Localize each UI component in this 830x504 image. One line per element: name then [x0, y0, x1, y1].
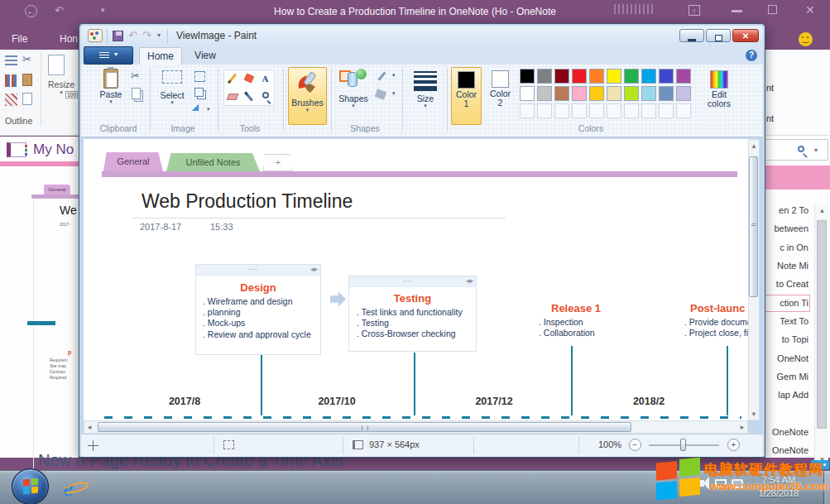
onenote-minimize-button[interactable]: [732, 10, 742, 12]
scroll-up-icon[interactable]: ▲: [749, 142, 759, 150]
palette-color[interactable]: [589, 86, 604, 101]
magnifier-icon[interactable]: [258, 89, 272, 103]
zoom-in-button[interactable]: +: [727, 439, 740, 451]
eraser-icon[interactable]: [225, 89, 239, 103]
palette-color[interactable]: [607, 69, 621, 84]
paint-minimize-button[interactable]: [679, 29, 704, 42]
paint-tab-home[interactable]: Home: [139, 47, 182, 65]
feedback-smiley-icon[interactable]: [799, 32, 813, 46]
select-button[interactable]: Select▾: [154, 69, 190, 105]
outline-dropdown-icon[interactable]: ▾: [392, 72, 396, 79]
palette-color[interactable]: [537, 86, 552, 101]
outline-promote-icon[interactable]: [5, 55, 17, 68]
palette-empty[interactable]: [537, 103, 552, 118]
onenote-tab-file[interactable]: File: [12, 33, 27, 45]
palette-color[interactable]: [520, 86, 535, 101]
fill-bucket-icon[interactable]: [242, 71, 256, 85]
palette-empty[interactable]: [624, 103, 639, 118]
canvas-hscrollbar[interactable]: ◄ ►: [84, 420, 748, 434]
palette-color[interactable]: [589, 69, 604, 84]
paint-tab-view[interactable]: View: [185, 47, 225, 65]
eyedropper-icon[interactable]: [242, 89, 256, 103]
scroll-up-icon[interactable]: ▲: [815, 207, 829, 214]
crop-icon[interactable]: [194, 71, 205, 82]
taskbar-internet-explorer-icon[interactable]: e: [63, 475, 89, 502]
rotate-dropdown-icon[interactable]: ▾: [207, 106, 210, 113]
palette-empty[interactable]: [589, 103, 604, 118]
cut-icon[interactable]: ✂: [131, 70, 140, 82]
palette-empty[interactable]: [607, 103, 621, 118]
palette-color[interactable]: [676, 69, 691, 84]
save-icon[interactable]: [113, 31, 123, 41]
qat-customize-icon[interactable]: ▾: [157, 31, 161, 39]
palette-color[interactable]: [572, 69, 587, 84]
fill-dropdown-icon[interactable]: ▾: [392, 90, 396, 97]
paint-close-button[interactable]: ✕: [732, 29, 759, 42]
shapes-button[interactable]: Shapes▾: [335, 69, 372, 108]
undo-icon[interactable]: ↶: [128, 29, 137, 41]
palette-empty[interactable]: [520, 103, 535, 118]
hscroll-thumb[interactable]: [98, 422, 631, 432]
palette-color[interactable]: [676, 86, 691, 101]
shape-fill-icon[interactable]: [375, 89, 387, 100]
paint-canvas[interactable]: General Unfiled Notes + Web Production T…: [84, 139, 748, 420]
pencil-icon[interactable]: [225, 71, 239, 85]
palette-color[interactable]: [624, 86, 639, 101]
palette-color[interactable]: [520, 69, 535, 84]
edit-colors-button[interactable]: Edit colors: [701, 67, 737, 108]
palette-color[interactable]: [537, 69, 552, 84]
paste-button[interactable]: Paste▾: [94, 69, 128, 104]
search-dropdown-icon[interactable]: ▾: [814, 146, 818, 154]
color1-button[interactable]: Color 1: [451, 67, 482, 125]
onenote-close-button[interactable]: ✕: [805, 3, 815, 17]
outline-demote-icon[interactable]: [5, 94, 17, 106]
ribbon-options-icon[interactable]: ↑: [688, 5, 700, 16]
zoom-slider-thumb[interactable]: [680, 439, 686, 451]
vscroll-thumb[interactable]: [749, 156, 758, 297]
zoom-out-button[interactable]: −: [629, 439, 641, 451]
text-tool-icon[interactable]: A: [258, 71, 272, 85]
show-desktop-button[interactable]: [823, 471, 830, 504]
palette-color[interactable]: [624, 69, 639, 84]
copy-icon[interactable]: [132, 88, 141, 99]
brushes-button[interactable]: Brushes▾: [288, 67, 327, 125]
canvas-vscrollbar[interactable]: ▲ ▼: [748, 139, 760, 420]
color2-button[interactable]: Color 2: [485, 67, 516, 125]
outline-move-icon[interactable]: [5, 74, 17, 87]
scroll-thumb[interactable]: [817, 220, 827, 429]
palette-empty[interactable]: [659, 103, 674, 118]
redo-icon[interactable]: ↷: [142, 29, 151, 41]
palette-color[interactable]: [572, 86, 587, 101]
paste-small-icon[interactable]: [22, 74, 32, 86]
palette-color[interactable]: [554, 69, 569, 84]
palette-color[interactable]: [659, 69, 674, 84]
onenote-restore-button[interactable]: [768, 5, 777, 14]
palette-empty[interactable]: [572, 103, 587, 118]
palette-color[interactable]: [607, 86, 621, 101]
scroll-right-icon[interactable]: ►: [739, 424, 746, 431]
action-center-icon[interactable]: [732, 479, 743, 488]
paint-restore-button[interactable]: [706, 29, 731, 42]
resize-button[interactable]: 100 Resize ▾: [48, 55, 74, 96]
onenote-scrollbar[interactable]: ▲ ▼: [814, 205, 828, 468]
search-box[interactable]: ▾: [757, 139, 828, 161]
help-icon[interactable]: ?: [746, 50, 757, 61]
tray-clock-time[interactable]: 7:54 AM: [745, 475, 813, 485]
palette-color[interactable]: [641, 86, 656, 101]
palette-color[interactable]: [659, 86, 674, 101]
size-button[interactable]: Size▾: [407, 69, 444, 108]
page-copy-icon[interactable]: [22, 93, 32, 105]
palette-color[interactable]: [641, 69, 656, 84]
start-button[interactable]: [12, 468, 49, 504]
cut-icon[interactable]: ✂: [22, 53, 31, 65]
tray-clock-date[interactable]: 1/28/2018: [745, 488, 813, 498]
palette-empty[interactable]: [641, 103, 656, 118]
scroll-left-icon[interactable]: ◄: [86, 424, 93, 431]
paint-file-menu-button[interactable]: ▾: [84, 46, 133, 65]
shape-outline-icon[interactable]: [376, 71, 391, 81]
rotate-icon[interactable]: [192, 104, 203, 115]
scroll-down-icon[interactable]: ▼: [749, 410, 759, 418]
notebook-name[interactable]: My No: [33, 142, 74, 158]
palette-empty[interactable]: [554, 103, 569, 118]
palette-color[interactable]: [554, 86, 569, 101]
